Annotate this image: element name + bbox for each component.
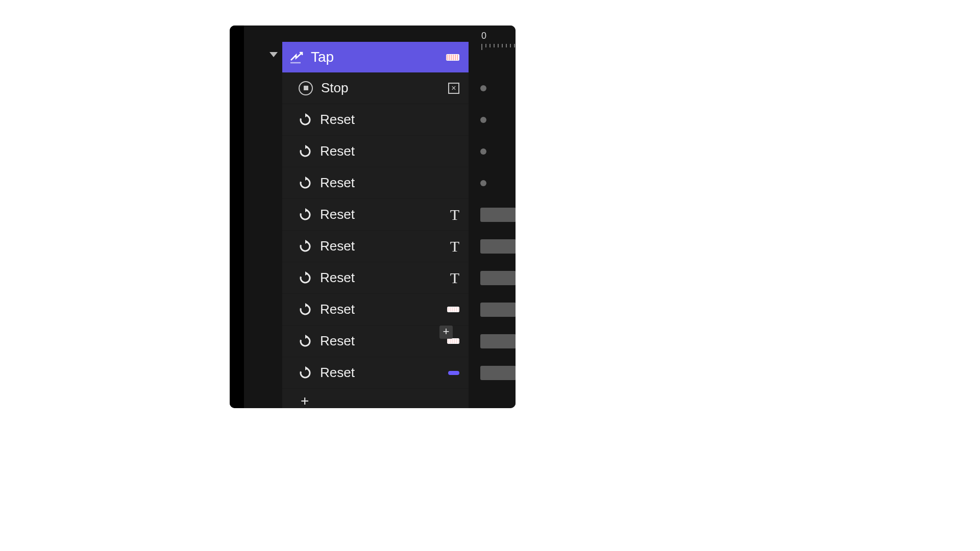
stop-icon: [299, 81, 313, 95]
reset-icon: [299, 335, 312, 348]
timeline-cell[interactable]: [471, 357, 516, 389]
reset-icon: [299, 208, 312, 221]
trigger-header-tap[interactable]: Tap: [282, 42, 469, 72]
timeline-column: [471, 72, 516, 389]
keyframe-dot-icon[interactable]: [480, 180, 486, 186]
action-row-reset[interactable]: ResetT: [282, 231, 469, 262]
panel-body: 0 0.2: [244, 26, 516, 408]
keyframe-bar[interactable]: [480, 208, 516, 222]
keyframe-bar[interactable]: [480, 271, 516, 285]
add-action-row[interactable]: +: [282, 389, 469, 408]
keyframe-dot-icon[interactable]: [480, 117, 486, 123]
action-row-reset[interactable]: Reset: [282, 136, 469, 167]
action-marker: ×: [438, 83, 469, 94]
trigger-title: Tap: [311, 49, 446, 65]
keyframe-dot-icon[interactable]: [480, 148, 486, 155]
panel-gutter: [230, 26, 244, 408]
action-marker: T: [438, 238, 469, 255]
tap-icon: [289, 50, 304, 64]
expand-caret-icon[interactable]: [270, 52, 278, 57]
text-type-icon: T: [450, 269, 459, 287]
keyframe-dot-icon[interactable]: [480, 85, 486, 91]
state-x-icon: ×: [448, 83, 459, 94]
insert-action-button[interactable]: +: [439, 325, 453, 339]
reset-icon: [299, 240, 312, 253]
reset-icon: [299, 366, 312, 380]
action-row-reset[interactable]: ResetT: [282, 262, 469, 294]
timeline-cell[interactable]: [471, 325, 516, 357]
stripe-swatch-icon: [447, 338, 459, 344]
action-label: Reset: [320, 238, 438, 254]
action-marker: T: [438, 269, 469, 287]
action-marker: [438, 338, 469, 344]
trigger-thumbnail-icon: [446, 54, 459, 61]
action-label: Reset: [320, 175, 438, 191]
timeline-cell[interactable]: [471, 72, 516, 104]
action-row-reset[interactable]: Reset: [282, 294, 469, 325]
keyframe-bar[interactable]: [480, 366, 516, 380]
ruler-tick-0: 0: [481, 31, 486, 41]
timeline-cell[interactable]: [471, 136, 516, 167]
action-row-reset[interactable]: Reset: [282, 167, 469, 199]
action-label: Reset: [320, 207, 438, 222]
timeline-cell[interactable]: [471, 294, 516, 325]
pill-swatch-icon: [448, 371, 459, 375]
action-label: Reset: [320, 143, 438, 159]
ruler-ticks: [481, 44, 516, 51]
action-label: Reset: [320, 270, 438, 286]
timeline-cell[interactable]: [471, 231, 516, 262]
timeline-cell[interactable]: [471, 199, 516, 231]
action-row-reset[interactable]: ResetT: [282, 199, 469, 231]
timeline-panel: 0 0.2: [230, 26, 516, 408]
action-row-stop[interactable]: Stop×: [282, 72, 469, 104]
reset-icon: [299, 271, 312, 285]
action-marker: [438, 371, 469, 375]
action-label: Reset: [320, 112, 438, 128]
reset-icon: [299, 145, 312, 158]
timeline-cell[interactable]: [471, 262, 516, 294]
action-label: Reset: [320, 333, 438, 349]
action-rows: Stop×ResetResetResetResetTResetTResetTRe…: [282, 72, 469, 408]
text-type-icon: T: [450, 238, 459, 255]
action-label: Reset: [320, 365, 438, 381]
stripe-swatch-icon: [447, 307, 459, 312]
action-row-reset[interactable]: Reset: [282, 104, 469, 136]
action-label: Reset: [320, 302, 438, 317]
reset-icon: [299, 177, 312, 190]
timeline-cell[interactable]: [471, 104, 516, 136]
plus-icon: +: [301, 393, 309, 408]
keyframe-bar[interactable]: [480, 334, 516, 348]
action-marker: T: [438, 206, 469, 223]
action-marker: [438, 307, 469, 312]
keyframe-bar[interactable]: [480, 239, 516, 254]
timeline-cell[interactable]: [471, 167, 516, 199]
reset-icon: [299, 303, 312, 316]
text-type-icon: T: [450, 206, 459, 223]
reset-icon: [299, 113, 312, 127]
action-label: Stop: [321, 80, 438, 96]
keyframe-bar[interactable]: [480, 303, 516, 317]
action-row-reset[interactable]: Reset: [282, 357, 469, 389]
timeline-ruler: 0 0.2: [471, 31, 516, 56]
